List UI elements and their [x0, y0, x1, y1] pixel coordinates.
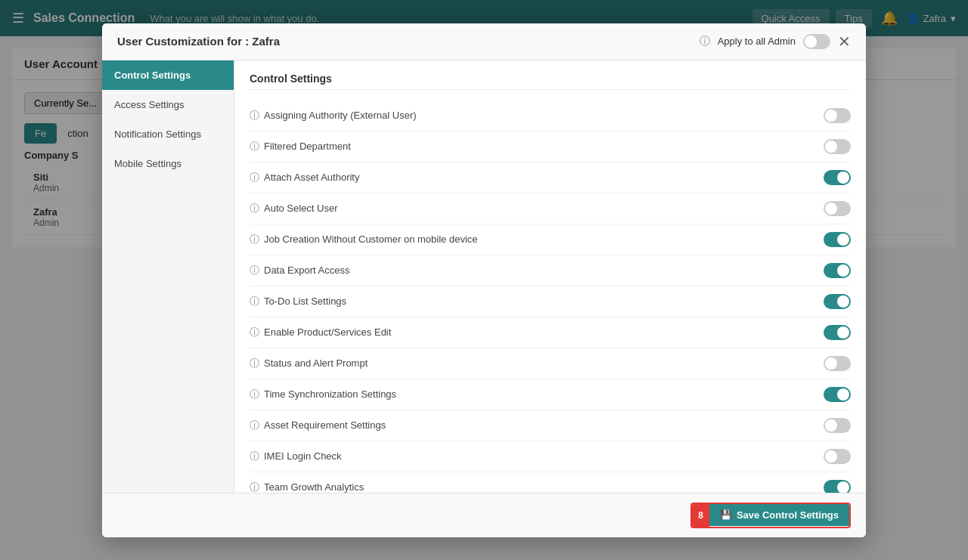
info-icon-data-export[interactable]: ⓘ	[250, 264, 259, 277]
setting-row-job-creation: ⓘ Job Creation Without Customer on mobil…	[250, 224, 851, 255]
setting-row-asset-requirement: ⓘ Asset Requirement Settings	[250, 410, 851, 441]
setting-label-todo-list: ⓘ To-Do List Settings	[250, 295, 346, 308]
info-icon-todo[interactable]: ⓘ	[250, 295, 259, 308]
save-badge: 8	[692, 504, 709, 527]
apply-info-icon[interactable]: ⓘ	[700, 35, 710, 48]
setting-row-imei-login: ⓘ IMEI Login Check	[250, 441, 851, 472]
modal-body: Control Settings Access Settings Notific…	[102, 60, 866, 493]
info-icon-filtered[interactable]: ⓘ	[250, 140, 259, 153]
setting-label-auto-select-user: ⓘ Auto Select User	[250, 202, 338, 215]
setting-row-assigning-authority: ⓘ Assigning Authority (External User)	[250, 101, 851, 131]
toggle-todo-list[interactable]	[824, 294, 851, 309]
setting-label-data-export: ⓘ Data Export Access	[250, 264, 349, 277]
info-icon-time-sync[interactable]: ⓘ	[250, 388, 259, 401]
apply-to-all-label: Apply to all Admin	[718, 36, 796, 47]
info-icon-assigning[interactable]: ⓘ	[250, 109, 259, 122]
save-control-settings-button[interactable]: 💾 Save Control Settings	[709, 504, 849, 526]
settings-section-title: Control Settings	[250, 73, 851, 90]
modal-title: User Customization for : Zafra	[117, 35, 280, 48]
sidebar-item-control[interactable]: Control Settings	[102, 60, 234, 90]
toggle-enable-product[interactable]	[824, 325, 851, 340]
toggle-job-creation[interactable]	[824, 232, 851, 247]
modal-header-right: ⓘ Apply to all Admin ✕	[700, 34, 851, 49]
toggle-attach-asset[interactable]	[824, 170, 851, 185]
save-button-wrapper[interactable]: 8 💾 Save Control Settings	[690, 503, 851, 528]
setting-label-job-creation: ⓘ Job Creation Without Customer on mobil…	[250, 233, 478, 246]
toggle-assigning-authority[interactable]	[824, 108, 851, 123]
info-icon-team-growth[interactable]: ⓘ	[250, 481, 259, 493]
save-label: Save Control Settings	[737, 509, 839, 521]
setting-label-enable-product: ⓘ Enable Product/Services Edit	[250, 326, 391, 339]
sidebar-item-mobile[interactable]: Mobile Settings	[102, 149, 234, 178]
setting-label-attach-asset: ⓘ Attach Asset Authority	[250, 171, 359, 184]
info-icon-enable-product[interactable]: ⓘ	[250, 326, 259, 339]
apply-to-all-toggle[interactable]	[803, 34, 830, 49]
info-icon-imei[interactable]: ⓘ	[250, 450, 259, 463]
modal-close-button[interactable]: ✕	[838, 34, 851, 49]
modal: User Customization for : Zafra ⓘ Apply t…	[102, 23, 866, 537]
toggle-data-export[interactable]	[824, 263, 851, 278]
setting-row-data-export: ⓘ Data Export Access	[250, 255, 851, 286]
toggle-team-growth[interactable]	[824, 480, 851, 493]
modal-footer: 8 💾 Save Control Settings	[102, 493, 866, 537]
setting-row-auto-select-user: ⓘ Auto Select User	[250, 193, 851, 224]
sidebar-item-notification[interactable]: Notification Settings	[102, 119, 234, 149]
info-icon-job-creation[interactable]: ⓘ	[250, 233, 259, 246]
info-icon-asset-req[interactable]: ⓘ	[250, 419, 259, 432]
setting-row-time-sync: ⓘ Time Synchronization Settings	[250, 379, 851, 410]
toggle-filtered-department[interactable]	[824, 139, 851, 154]
setting-row-enable-product: ⓘ Enable Product/Services Edit	[250, 317, 851, 348]
toggle-auto-select-user[interactable]	[824, 201, 851, 216]
toggle-asset-requirement[interactable]	[824, 418, 851, 433]
info-icon-auto-select[interactable]: ⓘ	[250, 202, 259, 215]
setting-label-filtered-department: ⓘ Filtered Department	[250, 140, 351, 153]
modal-header: User Customization for : Zafra ⓘ Apply t…	[102, 23, 866, 60]
setting-row-attach-asset: ⓘ Attach Asset Authority	[250, 162, 851, 193]
sidebar-item-access[interactable]: Access Settings	[102, 90, 234, 119]
toggle-status-alert[interactable]	[824, 356, 851, 371]
info-icon-attach[interactable]: ⓘ	[250, 171, 259, 184]
toggle-imei-login[interactable]	[824, 449, 851, 464]
setting-row-todo-list: ⓘ To-Do List Settings	[250, 286, 851, 317]
settings-content-area: Control Settings ⓘ Assigning Authority (…	[234, 60, 866, 493]
setting-label-status-alert: ⓘ Status and Alert Prompt	[250, 357, 368, 370]
modal-sidebar: Control Settings Access Settings Notific…	[102, 60, 234, 493]
setting-row-team-growth: ⓘ Team Growth Analytics	[250, 472, 851, 493]
setting-row-status-alert: ⓘ Status and Alert Prompt	[250, 348, 851, 379]
setting-label-asset-requirement: ⓘ Asset Requirement Settings	[250, 419, 386, 432]
setting-label-team-growth: ⓘ Team Growth Analytics	[250, 481, 364, 493]
info-icon-status-alert[interactable]: ⓘ	[250, 357, 259, 370]
setting-label-imei-login: ⓘ IMEI Login Check	[250, 450, 342, 463]
setting-label-time-sync: ⓘ Time Synchronization Settings	[250, 388, 396, 401]
setting-row-filtered-department: ⓘ Filtered Department	[250, 131, 851, 162]
setting-label-assigning-authority: ⓘ Assigning Authority (External User)	[250, 109, 417, 122]
toggle-time-sync[interactable]	[824, 387, 851, 402]
save-icon: 💾	[720, 509, 732, 521]
modal-overlay: User Customization for : Zafra ⓘ Apply t…	[0, 0, 968, 560]
